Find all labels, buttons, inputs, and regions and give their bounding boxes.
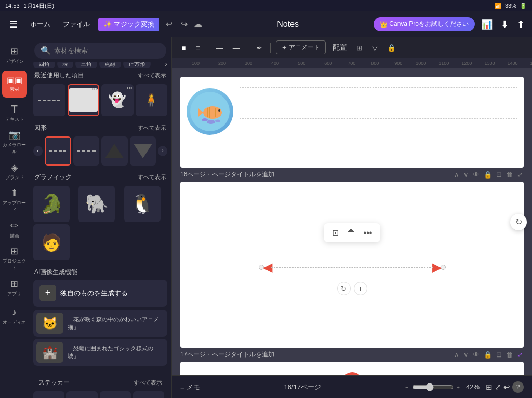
sticker-show-all[interactable]: すべて表示 — [134, 379, 162, 387]
ai-item-2[interactable]: 🏰 「恐竜に囲まれたゴシック様式の城」 — [33, 339, 167, 366]
page-17-down[interactable]: ∨ — [462, 350, 470, 360]
page-17-up[interactable]: ∧ — [453, 350, 460, 360]
share-button[interactable]: ⬆ — [515, 17, 527, 32]
graphic-item-3[interactable]: 🐧 — [124, 186, 161, 222]
recent-item-4[interactable]: 🧍 — [136, 84, 168, 116]
page-17-expand[interactable]: ⤢ — [516, 350, 524, 360]
search-input-wrap[interactable]: 🔍 — [34, 43, 166, 59]
canvas-minus-button[interactable]: — — [214, 42, 226, 53]
sidebar-item-brand[interactable]: ◈ ブランド — [2, 158, 27, 185]
recent-item-1[interactable] — [33, 84, 65, 116]
sidebar-item-audio[interactable]: ♪ オーディオ — [2, 303, 27, 330]
tag-square2[interactable]: 正方形 — [123, 62, 151, 68]
shape-item-dashed2[interactable] — [73, 136, 99, 166]
dot-handle-right[interactable] — [441, 265, 446, 270]
sidebar-item-text[interactable]: T テキスト — [2, 100, 27, 127]
float-more-button[interactable]: ••• — [361, 227, 376, 239]
canvas-area[interactable]: 16ページ・ページタイトルを追加 ∧ ∨ 👁 🔒 ⊡ 🗑 ⤢ — [172, 68, 532, 375]
shape-item-dashed[interactable] — [45, 136, 71, 166]
left-sidebar: ⊞ デザイン ▣▣ 素材 T テキスト 📷 カメラロール ◈ ブランド ⬆ アッ… — [0, 37, 29, 398]
home-button[interactable]: ホーム — [26, 18, 55, 31]
graphic-item-1[interactable]: 🐊 — [33, 186, 70, 222]
shape-item-tri-down[interactable] — [130, 136, 156, 166]
lock-button[interactable]: 🔒 — [384, 42, 398, 53]
page-17-lock[interactable]: 🔒 — [483, 350, 493, 360]
magic-button[interactable]: ✨ マジック変換 — [98, 18, 159, 31]
graphics-show-all[interactable]: すべて表示 — [138, 173, 166, 181]
page-16-eye[interactable]: 👁 — [472, 170, 481, 180]
small-refresh-button[interactable]: ↻ — [337, 282, 351, 295]
page-16-delete[interactable]: 🗑 — [505, 170, 514, 180]
float-copy-button[interactable]: ⊡ — [329, 226, 342, 239]
tag-square[interactable]: 四角 — [33, 62, 55, 68]
filter-button[interactable]: ▽ — [369, 42, 380, 53]
menu-button[interactable]: ☰ — [5, 16, 22, 33]
sidebar-item-upload[interactable]: ⬆ アップロード — [2, 187, 27, 214]
canvas-wrapper: ■ ≡ — — ✒ ✦ アニメート 配置 ⊞ ▽ 🔒 100 200 300 4… — [172, 37, 532, 398]
tags-next-button[interactable]: › — [165, 62, 167, 68]
graphic-item-2[interactable]: 🐘 — [78, 186, 115, 222]
help-button[interactable]: ? — [512, 381, 524, 393]
grid-view-button[interactable]: ⊞ — [486, 381, 493, 393]
page-16-lock[interactable]: 🔒 — [483, 170, 493, 180]
canvas-minus2-button[interactable]: — — [230, 42, 243, 53]
canvas-square-button[interactable]: ■ — [179, 42, 189, 53]
grid-pattern-button[interactable]: ⊞ — [354, 42, 365, 53]
canvas-pen-button[interactable]: ✒ — [254, 42, 265, 53]
recent-item-3[interactable]: ••• 👻 — [101, 84, 134, 116]
undo-button[interactable]: ↩ — [164, 18, 175, 30]
shapes-next-button[interactable]: › — [158, 146, 167, 156]
chart-button[interactable]: 📊 — [479, 17, 495, 32]
sidebar-item-draw[interactable]: ✏ 描画 — [2, 216, 27, 243]
shape-item-tri-up-dark[interactable] — [101, 136, 127, 166]
canvas-refresh-button[interactable]: ↻ — [510, 214, 527, 230]
zoom-slider[interactable] — [412, 383, 454, 391]
ai-generate-button[interactable]: + 独自のものを生成する — [33, 280, 167, 307]
animate-button[interactable]: ✦ アニメート — [276, 40, 326, 54]
page-17-delete[interactable]: 🗑 — [505, 350, 514, 360]
float-delete-button[interactable]: 🗑 — [344, 227, 358, 239]
page-16-copy[interactable]: ⊡ — [495, 170, 503, 180]
recent-item-2[interactable]: ••• — [68, 84, 100, 116]
download-button[interactable]: ⬇ — [499, 17, 511, 32]
sticker-item-1[interactable]: 🦅 Pro — [33, 391, 64, 399]
small-add-button[interactable]: + — [354, 282, 367, 295]
recent-show-all[interactable]: すべて表示 — [138, 72, 166, 79]
sticker-item-3[interactable]: 💡 Pro — [100, 391, 131, 399]
page-16-canvas[interactable]: ⊡ 🗑 ••• ◀ ▶ — [180, 182, 524, 348]
shapes-show-all[interactable]: すべて表示 — [138, 124, 166, 132]
canva-pro-button[interactable]: 👑 Canva Proをお試しください — [374, 17, 475, 31]
page-16-down[interactable]: ∨ — [462, 170, 470, 180]
page-16-expand[interactable]: ⤢ — [516, 170, 524, 180]
sticker-item-2[interactable]: ⬡ Pro — [66, 391, 98, 399]
animate-label: アニメート — [289, 43, 320, 52]
graphic-item-4[interactable]: 🧑 — [33, 224, 70, 260]
sidebar-item-design[interactable]: ⊞ デザイン — [2, 42, 27, 68]
page-17-canvas[interactable]: ❤ — [180, 362, 524, 375]
tag-triangle[interactable]: 三角 — [75, 62, 97, 68]
tag-table[interactable]: 表 — [57, 62, 73, 68]
search-input[interactable] — [54, 47, 160, 54]
undo-view-button[interactable]: ↩ — [503, 381, 510, 393]
sidebar-item-camera[interactable]: 📷 カメラロール — [2, 129, 27, 156]
page-16-up[interactable]: ∧ — [453, 170, 460, 180]
page-15-canvas[interactable] — [180, 77, 524, 168]
file-button[interactable]: ファイル — [59, 18, 94, 31]
page-17-eye[interactable]: 👁 — [472, 350, 481, 360]
expand-view-button[interactable]: ⤢ — [495, 381, 501, 393]
layout-button[interactable]: 配置 — [330, 42, 350, 54]
canvas-menu-button[interactable]: ≡ — [193, 42, 202, 53]
recent-grid: ••• ••• 👻 🧍 — [29, 82, 171, 120]
sticker-item-4[interactable]: 🧍 Pro — [133, 391, 164, 399]
redo-button[interactable]: ↪ — [179, 18, 190, 30]
tag-dotted[interactable]: 点線 — [99, 62, 121, 68]
sidebar-item-app[interactable]: ⊞ アプリ — [2, 274, 27, 301]
sidebar-item-material[interactable]: ▣▣ 素材 — [2, 71, 27, 98]
more-icon: ••• — [91, 86, 97, 92]
memo-button[interactable]: ≡ メモ — [180, 382, 200, 392]
page-17-copy[interactable]: ⊡ — [495, 350, 503, 360]
shapes-prev-button[interactable]: ‹ — [33, 146, 43, 156]
ai-item-1[interactable]: 🐱 「花が咲く森の中のかわいいアニメ猫」 — [33, 310, 167, 337]
sidebar-item-project[interactable]: ⊞ プロジェクト — [2, 245, 27, 272]
cloud-button[interactable]: ☁ — [194, 19, 202, 29]
